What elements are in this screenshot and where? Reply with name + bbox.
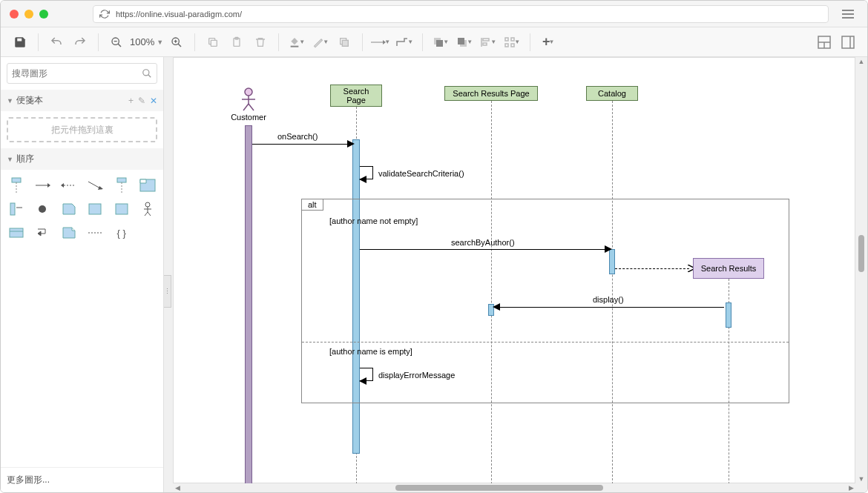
add-scratchpad-icon[interactable]: + <box>128 96 134 106</box>
palette-activation-icon[interactable] <box>4 198 29 220</box>
reload-icon[interactable] <box>99 9 110 19</box>
close-scratchpad-icon[interactable]: ✕ <box>150 96 157 106</box>
svg-rect-36 <box>12 178 21 182</box>
lifeline-search-page[interactable]: Search Page <box>330 85 382 107</box>
close-window-dot[interactable] <box>10 10 19 19</box>
align-button[interactable]: ▼ <box>476 30 500 54</box>
diagram-canvas[interactable]: Customer Search Page Search Results Page… <box>173 57 855 483</box>
svg-line-4 <box>118 44 121 47</box>
svg-rect-51 <box>116 204 128 214</box>
palette-lifeline-icon[interactable] <box>4 174 29 196</box>
palette-message-icon[interactable] <box>30 174 56 196</box>
minimize-window-dot[interactable] <box>24 10 33 19</box>
palette-constraint-icon[interactable] <box>83 198 108 220</box>
paste-button[interactable] <box>225 30 249 54</box>
lifeline-catalog[interactable]: Catalog <box>586 86 638 101</box>
shadow-button[interactable] <box>332 30 356 54</box>
canvas-area: ⋮ Customer Search Page Search Results Pa… <box>164 57 867 492</box>
svg-point-61 <box>245 88 252 96</box>
section-label: 順序 <box>16 153 34 165</box>
search-icon[interactable] <box>142 68 152 79</box>
alt-guard-2: [author name is empty] <box>329 347 412 356</box>
alt-fragment[interactable]: alt <box>301 199 789 403</box>
svg-rect-25 <box>505 38 508 41</box>
connector-style-button[interactable]: ▼ <box>369 30 392 54</box>
copy-button[interactable] <box>201 30 225 54</box>
outline-panel-icon[interactable] <box>812 30 836 54</box>
add-button[interactable]: +▼ <box>536 30 560 54</box>
message-arrow[interactable] <box>360 249 606 250</box>
actor-icon[interactable] <box>240 87 257 111</box>
shape-search[interactable] <box>7 63 157 84</box>
svg-rect-47 <box>10 203 15 215</box>
message-arrow[interactable] <box>252 144 349 145</box>
svg-marker-67 <box>359 176 366 183</box>
browser-menu-icon[interactable] <box>838 5 858 23</box>
svg-point-52 <box>145 202 150 207</box>
scroll-up-icon[interactable]: ▲ <box>858 57 865 66</box>
palette-actor-icon[interactable] <box>136 198 161 220</box>
search-results-box[interactable]: Search Results <box>693 258 764 279</box>
svg-line-55 <box>145 212 148 216</box>
svg-rect-1 <box>842 13 854 15</box>
lifeline-results-page[interactable]: Search Results Page <box>444 86 538 101</box>
svg-marker-39 <box>47 183 50 188</box>
maximize-window-dot[interactable] <box>39 10 48 19</box>
actor-activation[interactable] <box>245 125 252 492</box>
traffic-lights <box>10 10 48 19</box>
svg-marker-41 <box>61 183 64 188</box>
fill-color-button[interactable]: ▼ <box>285 30 309 54</box>
edit-scratchpad-icon[interactable]: ✎ <box>138 96 145 106</box>
horizontal-scrollbar[interactable]: ◀ ▶ <box>173 483 855 492</box>
format-panel-icon[interactable] <box>836 30 860 54</box>
palette-entity-lifeline-icon[interactable] <box>109 174 134 196</box>
scroll-left-icon[interactable]: ◀ <box>173 483 182 492</box>
more-shapes-button[interactable]: 更多圖形... <box>1 467 163 492</box>
scroll-thumb[interactable] <box>858 235 864 272</box>
undo-button[interactable] <box>45 30 68 54</box>
line-color-button[interactable]: ▼ <box>309 30 332 54</box>
scroll-thumb[interactable] <box>395 485 603 491</box>
save-button[interactable] <box>8 30 32 54</box>
scratchpad-drop-zone[interactable]: 把元件拖到這裏 <box>7 117 157 142</box>
message-label: display() <box>593 295 624 304</box>
shape-search-input[interactable] <box>12 68 142 79</box>
to-front-button[interactable]: ▼ <box>429 30 453 54</box>
delete-button[interactable] <box>249 30 272 54</box>
palette-ref-icon[interactable] <box>56 222 82 244</box>
palette-concurrent-icon[interactable] <box>4 222 29 244</box>
redo-button[interactable] <box>68 30 92 54</box>
vertical-scrollbar[interactable]: ▲ ▼ <box>857 57 866 483</box>
message-label: searchByAuthor() <box>451 238 515 247</box>
scroll-right-icon[interactable]: ▶ <box>846 483 855 492</box>
svg-line-7 <box>178 44 181 47</box>
distribute-button[interactable]: ▼ <box>500 30 524 54</box>
palette-self-icon[interactable] <box>30 222 56 244</box>
palette-diagram-icon[interactable] <box>109 198 134 220</box>
svg-rect-19 <box>436 40 443 47</box>
zoom-level-dropdown[interactable]: 100%▼ <box>128 36 165 47</box>
svg-marker-70 <box>359 377 366 385</box>
to-back-button[interactable]: ▼ <box>453 30 476 54</box>
palette-note-icon[interactable] <box>56 198 82 220</box>
palette-frame-icon[interactable] <box>136 174 161 196</box>
sidebar-collapse-handle[interactable]: ⋮ <box>164 275 171 308</box>
sidebar-section-sequence[interactable]: ▼ 順序 <box>1 148 163 170</box>
scroll-down-icon[interactable]: ▼ <box>858 474 865 483</box>
waypoint-style-button[interactable]: ▼ <box>392 30 416 54</box>
message-label: validateSearchCriteria() <box>378 169 464 178</box>
return-arrow[interactable] <box>615 268 689 269</box>
sidebar-section-scratchpad[interactable]: ▼ 便箋本 + ✎ ✕ <box>1 90 163 111</box>
zoom-out-icon[interactable] <box>105 30 128 54</box>
activation-results[interactable] <box>726 302 731 328</box>
palette-endpoint-icon[interactable] <box>30 198 56 220</box>
zoom-in-icon[interactable] <box>165 30 188 54</box>
message-arrow[interactable] <box>497 307 724 308</box>
caret-down-icon: ▼ <box>7 156 13 163</box>
palette-duration-icon[interactable] <box>83 222 108 244</box>
palette-found-icon[interactable] <box>83 174 108 196</box>
caret-down-icon: ▼ <box>7 97 13 105</box>
palette-return-icon[interactable] <box>56 174 82 196</box>
address-bar[interactable]: https://online.visual-paradigm.com/ <box>93 5 829 23</box>
palette-braces-icon[interactable]: { } <box>109 222 134 244</box>
